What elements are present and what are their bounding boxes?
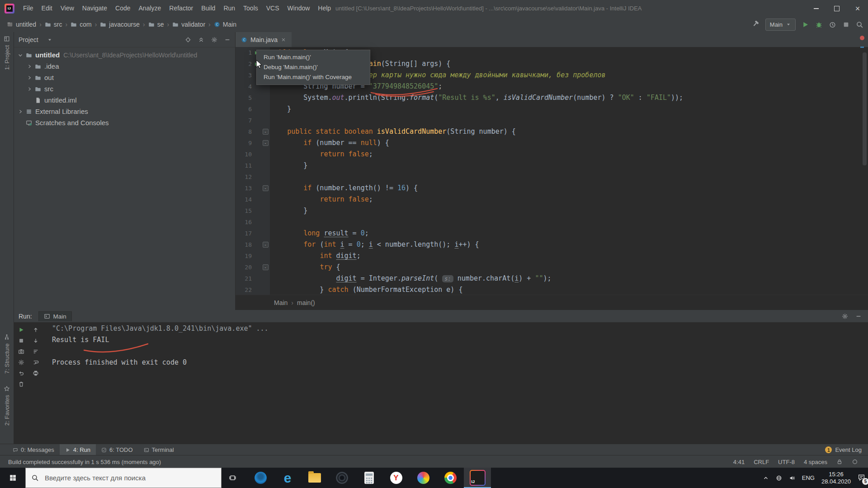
line-number[interactable]: 20 xyxy=(236,262,252,273)
menu-analyze[interactable]: Analyze xyxy=(135,0,165,17)
project-panel-title[interactable]: Project xyxy=(19,36,52,43)
taskbar-app-yandex[interactable]: Y xyxy=(382,468,410,488)
status-widget[interactable]: CRLF xyxy=(754,459,769,465)
line-number[interactable]: 8 xyxy=(236,126,252,137)
tree-item-src[interactable]: src xyxy=(14,83,235,94)
network-icon[interactable] xyxy=(776,475,782,481)
task-view-button[interactable] xyxy=(222,468,243,488)
taskbar-app-cortana[interactable] xyxy=(247,468,274,488)
line-number[interactable]: 17 xyxy=(236,228,252,239)
console-output[interactable]: "C:\Program Files\Java\jdk1.8.0_241\bin\… xyxy=(52,323,863,444)
tree-chevron-right[interactable] xyxy=(27,75,35,80)
breadcrumb-item[interactable]: validator xyxy=(171,21,207,28)
line-number[interactable]: 19 xyxy=(236,250,252,262)
line-number[interactable]: 10 xyxy=(236,149,252,160)
tree-chevron-right[interactable] xyxy=(27,86,35,92)
tool-tab-terminal[interactable]: Terminal xyxy=(138,444,179,455)
breadcrumb-item[interactable]: javacourse xyxy=(99,21,141,28)
status-widget[interactable]: 4 spaces xyxy=(804,459,827,465)
breadcrumb-method[interactable]: main() xyxy=(297,299,315,306)
line-number[interactable]: 5 xyxy=(236,92,252,103)
run-configuration-combo[interactable]: Main xyxy=(765,19,796,31)
stop-icon[interactable] xyxy=(18,338,24,344)
breadcrumb-item[interactable]: se xyxy=(147,21,165,28)
line-number[interactable]: 2 xyxy=(236,58,252,70)
menu-navigate[interactable]: Navigate xyxy=(78,0,111,17)
lock-icon[interactable] xyxy=(836,459,843,465)
breadcrumb-item[interactable]: src xyxy=(43,21,64,28)
tree-item--idea[interactable]: .idea xyxy=(14,61,235,72)
context-menu-item[interactable]: Run 'Main.main()' with Coverage xyxy=(257,72,370,82)
tool-tab-0-messages[interactable]: 0: Messages xyxy=(7,444,60,455)
tree-item-external-libraries[interactable]: External Libraries xyxy=(14,106,235,117)
breadcrumb-item[interactable]: CMain xyxy=(212,21,238,28)
undo-icon[interactable] xyxy=(18,370,24,376)
taskbar-app-lens[interactable] xyxy=(328,468,355,488)
fold-marker[interactable]: - xyxy=(261,126,270,137)
collapse-all-icon[interactable] xyxy=(198,37,204,43)
taskbar-app-colors[interactable] xyxy=(410,468,437,488)
tree-chevron-right[interactable] xyxy=(18,109,26,114)
taskbar-app-chrome[interactable] xyxy=(437,468,464,488)
stop-icon[interactable] xyxy=(842,21,850,28)
tool-tab-6-todo[interactable]: 6: TODO xyxy=(96,444,138,455)
hidden-icons-chevron[interactable] xyxy=(763,475,769,481)
gear-icon[interactable] xyxy=(18,359,24,366)
camera-icon[interactable] xyxy=(18,348,24,355)
breadcrumb-item[interactable]: untitled xyxy=(5,21,38,28)
action-center-button[interactable]: 5 xyxy=(858,474,865,483)
line-number[interactable]: 9 xyxy=(236,137,252,149)
line-number[interactable]: 16 xyxy=(236,216,252,228)
rerun-icon[interactable] xyxy=(18,327,24,333)
maximize-button[interactable] xyxy=(826,0,847,17)
search-icon[interactable] xyxy=(856,21,863,28)
close-tab-icon[interactable] xyxy=(281,37,286,42)
line-number[interactable]: 22 xyxy=(236,284,252,295)
status-widget[interactable]: 4:41 xyxy=(733,459,745,465)
crosshair-icon[interactable] xyxy=(185,37,191,43)
tree-item-scratches-and-consoles[interactable]: Scratches and Consoles xyxy=(14,117,235,128)
line-number[interactable]: 11 xyxy=(236,160,252,171)
run-tab-main[interactable]: Main xyxy=(38,311,72,321)
profiler-icon[interactable] xyxy=(829,21,836,28)
line-number[interactable]: 12 xyxy=(236,171,252,183)
menu-vcs[interactable]: VCS xyxy=(262,0,283,17)
menu-help[interactable]: Help xyxy=(314,0,335,17)
line-number[interactable]: 4 xyxy=(236,81,252,92)
sort-icon[interactable] xyxy=(33,348,39,355)
line-number[interactable]: 3 xyxy=(236,70,252,81)
line-number[interactable]: 13 xyxy=(236,183,252,194)
tree-item-untitled-iml[interactable]: untitled.iml xyxy=(14,94,235,106)
status-widget[interactable]: UTF-8 xyxy=(778,459,795,465)
fold-marker[interactable]: - xyxy=(261,183,270,194)
tree-chevron-down[interactable] xyxy=(18,52,26,58)
circle-icon[interactable] xyxy=(852,459,858,465)
debug-icon[interactable] xyxy=(815,21,823,28)
wrap-icon[interactable] xyxy=(33,359,39,366)
breadcrumb-class[interactable]: Main xyxy=(274,299,288,306)
error-stripe-marker[interactable] xyxy=(860,36,864,40)
taskbar-app-explorer[interactable] xyxy=(301,468,328,488)
menu-view[interactable]: View xyxy=(57,0,78,17)
volume-icon[interactable] xyxy=(789,475,795,481)
taskbar-app-calculator[interactable] xyxy=(355,468,382,488)
down-icon[interactable] xyxy=(33,338,39,344)
start-button[interactable] xyxy=(0,468,25,488)
menu-refactor[interactable]: Refactor xyxy=(165,0,197,17)
gear-icon[interactable] xyxy=(211,37,217,43)
line-number[interactable]: 15 xyxy=(236,205,252,216)
tree-chevron-right[interactable] xyxy=(27,64,35,69)
minus-icon[interactable] xyxy=(855,313,862,319)
menu-code[interactable]: Code xyxy=(111,0,134,17)
gear-icon[interactable] xyxy=(842,313,848,319)
up-icon[interactable] xyxy=(33,327,39,333)
minimize-button[interactable] xyxy=(806,0,826,17)
tree-item-untitled[interactable]: untitledC:\Users\ant_8\IdeaProjects\Hell… xyxy=(14,49,235,61)
breadcrumb-item[interactable]: com xyxy=(69,21,93,28)
tool-button-structure[interactable]: 7: Structure xyxy=(0,334,14,374)
minus-icon[interactable] xyxy=(224,37,231,43)
tool-button-favorites[interactable]: 2: Favorites xyxy=(0,385,14,426)
fold-marker[interactable]: - xyxy=(261,137,270,149)
menu-tools[interactable]: Tools xyxy=(239,0,262,17)
context-menu-item[interactable]: Run 'Main.main()' xyxy=(257,52,370,62)
